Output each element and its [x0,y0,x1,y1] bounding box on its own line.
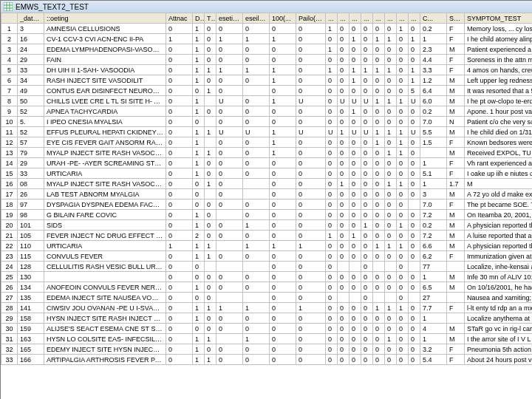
table-row[interactable]: 324EDEMA LYMPHADENOPASI-VASODILIT0100000… [1,44,533,55]
cell[interactable]: 1 [296,241,326,251]
cell[interactable]: 5.1 [420,168,447,179]
cell[interactable]: 0 [243,231,270,241]
cell[interactable]: 0 [270,334,296,344]
cell[interactable]: 0 [166,86,193,96]
cell[interactable]: M [447,231,465,241]
cell[interactable]: 0 [385,282,397,293]
cell[interactable]: URTICARIA [44,241,166,251]
cell[interactable]: U [409,96,420,106]
cell[interactable]: 0 [361,303,373,313]
cell[interactable]: F [447,137,465,148]
cell[interactable]: FAIN [44,55,166,65]
cell[interactable]: 0 [385,313,397,324]
cell[interactable]: 1 [385,303,397,313]
cell[interactable]: 5.5 [420,127,447,137]
cell[interactable]: 0 [326,106,338,117]
cell[interactable]: 0 [205,344,216,355]
cell[interactable]: 2 [193,231,205,241]
cell[interactable]: FEVER INJECT NC DRUG EFFECT INE... [44,231,166,241]
cell[interactable] [243,262,270,272]
cell[interactable]: 0 [326,262,338,272]
cell[interactable]: 0 [373,55,385,65]
cell[interactable]: 52 [18,106,44,117]
cell[interactable]: 27 [420,293,447,303]
cell[interactable]: 1 [385,179,397,189]
cell[interactable]: F [447,200,465,210]
cell[interactable]: 0 [361,262,373,272]
cell[interactable]: 0 [385,210,397,220]
cell[interactable]: 0 [326,179,338,189]
cell[interactable]: 0 [397,313,409,324]
table-row[interactable]: 1379MYALP INJECT SITE RASH VASOCF AT0110… [1,148,533,158]
cell[interactable]: 1 [326,24,338,34]
cell[interactable]: 0 [385,117,397,127]
table-row[interactable]: 26134ANOFEOIN CONVULS FEVER NERVOUS...01… [1,282,533,293]
cell[interactable]: 0 [326,75,338,86]
cell[interactable]: 0 [205,44,216,55]
cell[interactable]: 105 [18,231,44,241]
cell[interactable]: 1 [270,96,296,106]
cell[interactable]: 0 [326,210,338,220]
cell[interactable]: 1 [205,355,216,365]
cell[interactable]: 0.2 [420,106,447,117]
table-row[interactable]: 1897DYSPAGIA DYSPNEA EDEMA FACE ED...000… [1,200,533,210]
cell[interactable]: 6.0 [420,96,447,106]
cell[interactable]: 0 [270,272,296,282]
cell[interactable]: 1 [193,251,205,262]
cell[interactable]: 0 [409,355,420,365]
cell[interactable]: 0 [373,313,385,324]
cell[interactable]: STaR go vc in rig-l carm on 1/3/02. On I… [465,324,533,334]
cell[interactable]: 0 [166,24,193,34]
cell[interactable]: 141 [18,303,44,313]
cell[interactable]: 1 [205,241,216,251]
cell[interactable]: F [447,344,465,355]
cell[interactable]: 0 [385,251,397,262]
cell[interactable]: 0 [361,282,373,293]
cell[interactable]: 159 [18,324,44,334]
cell[interactable]: 0 [270,117,296,127]
cell[interactable]: 0 [326,241,338,251]
cell[interactable]: 1 [193,65,205,75]
cell[interactable]: 0 [409,313,420,324]
cell[interactable]: 1 [270,241,296,251]
cell[interactable]: 0 [216,75,243,86]
cell[interactable]: 1 [326,44,338,55]
col-header[interactable]: ... [409,13,420,24]
cell[interactable]: 0 [296,282,326,293]
cell[interactable]: 0 [216,24,243,34]
cell[interactable]: 0 [361,210,373,220]
cell[interactable]: APNEA TACHYCARDIA [44,106,166,117]
cell[interactable]: 1 [193,127,205,137]
table-row[interactable]: 33166ARTIPALGIA ARTHROSIS FEVER PAIN...0… [1,355,533,365]
cell[interactable]: EDEMA INJECT SITE NAUSEA VOMIT P... [44,293,166,303]
cell[interactable]: 0 [243,148,270,158]
cell[interactable]: 0 [243,344,270,355]
cell[interactable]: 0 [338,65,349,75]
cell[interactable] [243,179,270,189]
cell[interactable]: 0 [326,96,338,106]
cell[interactable]: 0 [193,86,205,96]
cell[interactable]: CONTUS EAR DISINFECT NEUROPATHI... [44,86,166,96]
cell[interactable] [243,86,270,96]
cell[interactable] [205,96,216,106]
cell[interactable]: 0 [205,282,216,293]
cell[interactable]: 0 [338,303,349,313]
cell[interactable]: 1 [385,148,397,158]
cell[interactable]: 0 [296,117,326,127]
cell[interactable]: 0 [216,251,243,262]
cell[interactable]: 0 [326,200,338,210]
cell[interactable]: Patient c/o che very so e any, wit at I.… [465,117,533,127]
cell[interactable]: 0 [326,272,338,282]
cell[interactable]: 0 [166,272,193,282]
cell[interactable]: 0 [166,262,193,272]
cell[interactable]: 0 [349,334,361,344]
cell[interactable]: 4.4 [420,55,447,65]
cell[interactable]: On 10/16/2001, he had 3 shots. STAR... [465,282,533,293]
cell[interactable]: 0 [216,231,243,241]
cell[interactable]: M [447,210,465,220]
cell[interactable] [216,334,243,344]
cell[interactable]: 1 [373,137,385,148]
cell[interactable]: 0 [338,210,349,220]
cell[interactable]: 0 [397,272,409,282]
cell[interactable]: l-lt enty td rdp an a mxunphiy tnidd fi.… [465,303,533,313]
